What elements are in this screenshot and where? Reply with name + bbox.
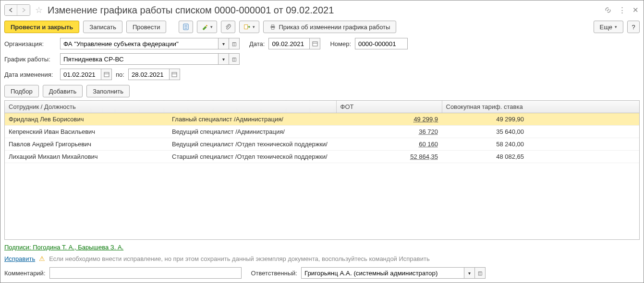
comment-input[interactable] xyxy=(49,267,242,279)
employee-position: Ведущий специалист /Администрация/ xyxy=(168,126,336,138)
more-button[interactable]: Еще▾ xyxy=(594,21,623,33)
schedule-label: График работы: xyxy=(4,56,56,63)
change-from-calendar-button[interactable] xyxy=(101,69,112,80)
number-label: Номер: xyxy=(330,40,351,47)
employee-position: Старший специалист /Отдел технической по… xyxy=(168,151,336,163)
schedule-dropdown-button[interactable]: ▾ xyxy=(219,53,229,65)
col-fot-header[interactable]: ФОТ xyxy=(336,101,442,113)
to-label: по: xyxy=(116,71,124,78)
fot-value[interactable]: 52 864,35 xyxy=(410,153,438,160)
signatures-link[interactable]: Подписи: Погодина Т. А., Барышева З. А. xyxy=(4,244,123,251)
responsible-input[interactable] xyxy=(301,267,464,279)
employee-name: Павлов Андрей Григорьевич xyxy=(5,138,168,150)
svg-rect-10 xyxy=(104,72,109,77)
date-calendar-button[interactable] xyxy=(310,38,320,49)
fot-value[interactable]: 60 160 xyxy=(419,141,438,148)
forward-button[interactable] xyxy=(17,5,30,15)
document-window: ☆ Изменение графика работы списком 0000-… xyxy=(0,0,644,283)
employee-position: Ведущий специалист /Отдел технической по… xyxy=(168,138,336,150)
correct-hint: Если необходимо внести исправление, но п… xyxy=(49,255,429,262)
rate-value: 49 299,90 xyxy=(442,113,639,126)
change-to-input[interactable] xyxy=(128,69,170,80)
svg-rect-6 xyxy=(272,25,274,26)
add-button[interactable]: Добавить xyxy=(43,85,83,97)
svg-rect-7 xyxy=(272,28,274,30)
correct-row: Исправить ⚠ Если необходимо внести испра… xyxy=(4,255,640,262)
nav-group xyxy=(4,4,30,16)
print-order-button[interactable]: Приказ об изменении графика работы xyxy=(263,21,396,33)
post-and-close-button[interactable]: Провести и закрыть xyxy=(4,21,79,33)
more-vertical-icon[interactable]: ⋮ xyxy=(618,6,626,14)
col-rate-header[interactable]: Совокупная тариф. ставка xyxy=(442,101,639,113)
employees-table[interactable]: Сотрудник / Должность ФОТ Совокупная тар… xyxy=(5,101,639,163)
employee-name: Лихацкий Михаил Михайлович xyxy=(5,151,168,163)
table-row[interactable]: Кепренский Иван ВасильевичВедущий специа… xyxy=(5,126,639,138)
report-icon-button[interactable] xyxy=(179,21,193,33)
fot-value[interactable]: 36 720 xyxy=(419,128,438,135)
date-label: Дата: xyxy=(249,40,265,47)
fill-button[interactable]: Заполнить xyxy=(86,85,130,97)
responsible-label: Ответственный: xyxy=(251,270,297,277)
number-input[interactable] xyxy=(355,38,408,49)
link-icon[interactable] xyxy=(604,6,613,14)
org-dropdown-button[interactable]: ▾ xyxy=(219,38,229,49)
table-row[interactable]: Павлов Андрей ГригорьевичВедущий специал… xyxy=(5,138,639,151)
change-to-calendar-button[interactable] xyxy=(170,69,180,80)
favorite-star-icon[interactable]: ☆ xyxy=(35,5,43,15)
svg-rect-12 xyxy=(172,72,177,77)
attach-icon-button[interactable] xyxy=(221,21,235,33)
correct-link[interactable]: Исправить xyxy=(4,255,35,262)
main-toolbar: Провести и закрыть Записать Провести ▾ ▾… xyxy=(4,21,640,33)
change-from-input[interactable] xyxy=(60,69,101,80)
table-row[interactable]: Фридланд Лев БорисовичГлавный специалист… xyxy=(5,113,639,126)
form-area: Организация: ▾ ◫ Дата: Номер: График раб… xyxy=(4,38,640,80)
org-label: Организация: xyxy=(4,40,56,47)
select-button[interactable]: Подбор xyxy=(4,85,39,97)
comment-label: Комментарий: xyxy=(4,270,46,277)
save-button[interactable]: Записать xyxy=(83,21,122,33)
titlebar: ☆ Изменение графика работы списком 0000-… xyxy=(4,3,640,17)
back-button[interactable] xyxy=(5,5,17,15)
responsible-open-button[interactable]: ◫ xyxy=(475,267,486,279)
col-employee-header[interactable]: Сотрудник / Должность xyxy=(5,101,336,113)
rate-value: 48 082,65 xyxy=(442,151,639,163)
employees-table-wrap: Сотрудник / Должность ФОТ Совокупная тар… xyxy=(4,100,640,240)
close-icon[interactable]: ✕ xyxy=(631,6,640,14)
svg-rect-8 xyxy=(313,42,317,46)
page-title: Изменение графика работы списком 0000-00… xyxy=(48,5,334,16)
employee-position: Главный специалист /Администрация/ xyxy=(168,113,336,125)
warning-icon: ⚠ xyxy=(39,255,45,262)
print-order-label: Приказ об изменении графика работы xyxy=(279,24,390,31)
org-input[interactable] xyxy=(60,38,219,49)
schedule-input[interactable] xyxy=(60,53,219,65)
responsible-dropdown-button[interactable]: ▾ xyxy=(464,267,475,279)
employee-name: Фридланд Лев Борисович xyxy=(5,113,168,125)
create-based-on-button[interactable]: ▾ xyxy=(197,21,217,33)
table-actions: Подбор Добавить Заполнить xyxy=(4,85,640,97)
footer-row: Комментарий: Ответственный: ▾ ◫ xyxy=(4,267,640,279)
date-input[interactable] xyxy=(268,38,310,49)
rate-value: 58 240,00 xyxy=(442,138,639,151)
fot-value[interactable]: 49 299,9 xyxy=(413,116,438,123)
org-open-button[interactable]: ◫ xyxy=(229,38,240,49)
post-button[interactable]: Провести xyxy=(126,21,167,33)
table-row[interactable]: Лихацкий Михаил МихайловичСтарший специа… xyxy=(5,151,639,163)
employee-name: Кепренский Иван Васильевич xyxy=(5,126,168,138)
help-button[interactable]: ? xyxy=(627,21,640,33)
signatures-row: Подписи: Погодина Т. А., Барышева З. А. xyxy=(4,244,640,251)
rate-value: 35 640,00 xyxy=(442,126,639,138)
change-date-label: Дата изменения: xyxy=(4,71,56,78)
svg-rect-4 xyxy=(244,25,248,29)
transfer-icon-button[interactable]: ▾ xyxy=(239,21,259,33)
schedule-open-button[interactable]: ◫ xyxy=(229,53,240,65)
